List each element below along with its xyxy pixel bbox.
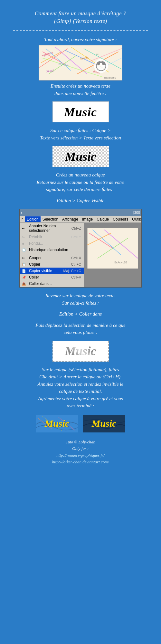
gimp-item-coller[interactable]: 📌 Coller Ctrl+V — [20, 274, 84, 280]
gimp-menu-outils[interactable]: Outils — [130, 216, 142, 222]
svg-text:BcAclyc5B: BcAclyc5B — [114, 261, 127, 264]
step2-text: Ensuite créez un nouveau textedans une n… — [6, 82, 155, 97]
step1-text: Tout d'abord, ouvrez votre signature : — [6, 36, 155, 43]
step3-text: Sur ce calque faites : Calque >Texte ver… — [6, 127, 155, 141]
gimp-canvas-preview: BcAclyc5B — [84, 223, 141, 287]
gimp-item-historique-label: Historique d'annulation — [29, 248, 68, 252]
svg-text:créatif: créatif — [45, 69, 54, 73]
title-line1: Comment faire un masque d'écrétage ? — [35, 10, 126, 17]
gimp-item-annuler[interactable]: ↩ Annuler Ne rien sélectionner Ctrl+Z — [20, 223, 84, 234]
svg-text:art: art — [96, 52, 100, 56]
step6-text: Sur le calque (sélection flottante), fai… — [6, 366, 155, 410]
result-image-2: Music — [83, 415, 125, 432]
gimp-separator-1 — [20, 254, 84, 254]
footer-link1[interactable]: http://renders-graphiques.fr/ — [52, 452, 109, 459]
result-music-1-label: Music — [45, 418, 70, 429]
gimp-item-couper[interactable]: ✂ Couper Ctrl+X — [20, 255, 84, 261]
gimp-item-copier-visible-label: Copier visible — [29, 269, 52, 273]
step4b-text: Edition > Copier Visible — [6, 197, 155, 204]
gimp-item-fondu-label: Fondu... — [29, 241, 43, 246]
signature-image: signature loly-chan music art créatif de… — [39, 45, 122, 80]
gimp-menu-selection[interactable]: Sélection — [41, 216, 60, 222]
svg-rect-24 — [98, 62, 105, 63]
gimp-menu-image[interactable]: Image — [80, 216, 95, 222]
gimp-menubar: r Edition Sélection Affichage Image Calq… — [20, 216, 141, 223]
gimp-menu-calque[interactable]: Calque — [95, 216, 111, 222]
gimp-item-couper-shortcut: Ctrl+X — [71, 256, 81, 260]
music-paste-label: Music — [65, 344, 96, 358]
gimp-item-annuler-shortcut: Ctrl+Z — [71, 226, 81, 230]
gimp-menu-couleurs[interactable]: Couleurs — [111, 216, 130, 222]
gimp-title-text: r — [21, 211, 22, 214]
footer-line1: Tuto © Loly-chan — [52, 439, 109, 446]
footer-section: Tuto © Loly-chan Only for : http://rende… — [52, 439, 109, 466]
gimp-dropdown-container: ↩ Annuler Ne rien sélectionner Ctrl+Z ↪ … — [20, 223, 141, 287]
gimp-item-copier-visible-shortcut: Maj+Ctrl+C — [63, 269, 81, 273]
step5b-text: Edition > Coller dans — [6, 310, 155, 318]
gimp-item-retablir-shortcut: Ctrl+Y — [71, 235, 81, 239]
svg-text:BcAclyc5B: BcAclyc5B — [104, 76, 117, 79]
gimp-item-copier-label: Copier — [29, 262, 40, 267]
result-image-1: Music — [36, 415, 78, 432]
page-wrapper: Comment faire un masque d'écrétage ? {Gi… — [0, 0, 161, 472]
step5c-text: Puis déplacez la sélection de manière à … — [6, 322, 155, 336]
result-music-2-label: Music — [92, 418, 117, 429]
gimp-item-historique[interactable]: 🕐 Historique d'annulation — [20, 247, 84, 253]
result-row: Music Music — [36, 415, 125, 432]
gimp-item-fondu[interactable]: ◈ Fondu... — [20, 240, 84, 247]
gimp-item-coller-dans-label: Coller dans... — [29, 281, 52, 286]
gimp-title-bar: r |300 — [20, 209, 141, 216]
music-checker-image: Music — [52, 146, 109, 167]
footer-link2-anchor[interactable]: http://loiker-chan.deviantart.com/ — [52, 459, 109, 464]
music-checker-label: Music — [65, 149, 96, 164]
footer-line2: Only for : — [52, 445, 109, 452]
gimp-menu-edition[interactable]: Edition — [25, 216, 41, 222]
gimp-item-retablir[interactable]: ↪ Rétablir Ctrl+Y — [20, 234, 84, 240]
gimp-item-copier-visible[interactable]: 📄 Copier visible Maj+Ctrl+C — [20, 268, 84, 274]
gimp-dropdown: ↩ Annuler Ne rien sélectionner Ctrl+Z ↪ … — [20, 223, 84, 287]
gimp-menu-affichage[interactable]: Affichage — [60, 216, 80, 222]
gimp-item-coller-label: Coller — [29, 275, 39, 279]
step4-text: Créez un nouveau calqueRetournez sur le … — [6, 171, 155, 193]
gimp-item-copier-shortcut: Ctrl+C — [71, 262, 81, 266]
gimp-ruler-label: |300 — [133, 211, 140, 214]
gimp-item-coller-shortcut: Ctrl+V — [71, 275, 81, 279]
gimp-item-couper-label: Couper — [29, 256, 42, 260]
title-divider — [13, 30, 148, 31]
step5-text: Revenez sur le calque de votre texte.Sur… — [6, 292, 155, 307]
gimp-item-retablir-label: Rétablir — [29, 235, 42, 239]
title-line2: {Gimp} (Version texte) — [35, 17, 126, 25]
music-white-image: Music — [52, 101, 109, 122]
gimp-menu-r[interactable]: r — [20, 216, 25, 222]
gimp-screenshot: r |300 r Edition Sélection Affichage Ima… — [19, 209, 142, 288]
title-section: Comment faire un masque d'écrétage ? {Gi… — [32, 6, 129, 25]
gimp-item-coller-dans[interactable]: 📥 Coller dans... — [20, 280, 84, 287]
music-white-label: Music — [64, 105, 97, 119]
gimp-item-annuler-label: Annuler Ne rien sélectionner — [29, 224, 68, 233]
footer-link1-anchor[interactable]: http://renders-graphiques.fr/ — [56, 453, 104, 458]
music-paste-image: Music — [52, 341, 109, 362]
footer-link2[interactable]: http://loiker-chan.deviantart.com/ — [52, 459, 109, 466]
gimp-item-copier[interactable]: 📋 Copier Ctrl+C — [20, 261, 84, 268]
